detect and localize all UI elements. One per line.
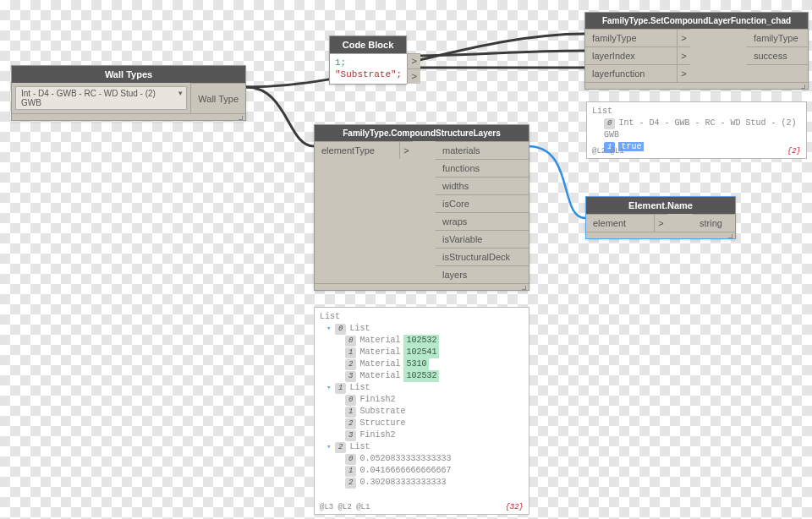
- node-title: Code Block: [330, 36, 406, 53]
- output-port-wall-type[interactable]: Wall Type: [190, 83, 245, 113]
- list-group-header: ▾0List: [326, 323, 524, 335]
- node-title: Wall Types: [12, 66, 245, 83]
- preview-set-layer[interactable]: List 0Int - D4 - GWB - RC - WD Stud - (2…: [586, 101, 807, 159]
- output-port-string[interactable]: string: [693, 214, 735, 232]
- output-port-layers[interactable]: layers: [436, 265, 529, 283]
- count-label: {32}: [505, 502, 524, 513]
- list-header: List: [320, 311, 524, 323]
- output-port-functions[interactable]: functions: [436, 159, 529, 177]
- output-port-materials[interactable]: materials: [436, 141, 529, 159]
- chevron-icon: >: [677, 64, 690, 82]
- output-port-isstructuraldeck[interactable]: isStructuralDeck: [436, 248, 529, 265]
- node-code-block[interactable]: Code Block 1; "Substrate"; > >: [329, 36, 407, 85]
- node-title: FamilyType.CompoundStructureLayers: [315, 125, 529, 141]
- list-header: List: [592, 106, 801, 117]
- list-row: 3Finish2: [345, 429, 524, 441]
- list-row: 00.0520833333333333: [345, 453, 524, 465]
- list-group-header: ▾2List: [326, 441, 524, 453]
- input-port-elementtype[interactable]: elementType: [315, 141, 399, 159]
- list-row: 0Material102532: [345, 335, 524, 347]
- chevron-icon: >: [677, 46, 690, 64]
- list-row: 20.302083333333333: [345, 477, 524, 489]
- list-group-header: ▾1List: [326, 382, 524, 394]
- list-row: 1Material102541: [345, 347, 524, 358]
- node-title: Element.Name: [586, 197, 735, 214]
- list-row: 0Int - D4 - GWB - RC - WD Stud - (2) GWB: [604, 117, 801, 141]
- chevron-icon: >: [677, 29, 690, 46]
- input-port-layerindex[interactable]: layerIndex: [585, 46, 677, 64]
- output-port-familytype[interactable]: familyType: [747, 29, 808, 46]
- list-row: 2Structure: [345, 418, 524, 429]
- code-block-body[interactable]: 1; "Substrate";: [330, 53, 407, 84]
- output-port-widths[interactable]: widths: [436, 177, 529, 194]
- node-compound-layers[interactable]: FamilyType.CompoundStructureLayers eleme…: [314, 124, 529, 291]
- wall-type-dropdown[interactable]: Int - D4 - GWB - RC - WD Stud - (2) GWB: [15, 86, 187, 110]
- node-element-name[interactable]: Element.Name element > string: [585, 196, 736, 239]
- output-port-wraps[interactable]: wraps: [436, 212, 529, 230]
- input-port-element[interactable]: element: [586, 214, 654, 232]
- input-port-layerfunction[interactable]: layerfunction: [585, 64, 677, 82]
- list-row: 3Material102532: [345, 370, 524, 382]
- output-port-isvariable[interactable]: isVariable: [436, 230, 529, 248]
- input-port-familytype[interactable]: familyType: [585, 29, 677, 46]
- chevron-icon: >: [654, 214, 667, 232]
- preview-compound-layers[interactable]: List ▾0List0Material1025321Material10254…: [314, 307, 529, 515]
- output-port-success[interactable]: success: [747, 46, 808, 64]
- output-port-iscore[interactable]: isCore: [436, 194, 529, 212]
- list-row: 0Finish2: [345, 394, 524, 406]
- levels-label: @L3 @L2 @L1: [320, 502, 370, 513]
- output-chevron[interactable]: >: [407, 53, 420, 68]
- list-row: 10.0416666666666667: [345, 465, 524, 477]
- chevron-icon: >: [399, 141, 413, 159]
- levels-label: @L2 @L1: [592, 146, 624, 157]
- node-wall-types[interactable]: Wall Types Int - D4 - GWB - RC - WD Stud…: [11, 65, 246, 121]
- output-chevron[interactable]: >: [407, 68, 420, 84]
- list-row: 1Substrate: [345, 406, 524, 418]
- node-title: FamilyType.SetCompoundLayerFunction_chad: [585, 13, 808, 29]
- dropdown-value: Int - D4 - GWB - RC - WD Stud - (2) GWB: [21, 89, 171, 107]
- node-set-layer-function[interactable]: FamilyType.SetCompoundLayerFunction_chad…: [584, 12, 809, 90]
- list-row: 2Material5310: [345, 358, 524, 370]
- count-label: {2}: [787, 146, 801, 157]
